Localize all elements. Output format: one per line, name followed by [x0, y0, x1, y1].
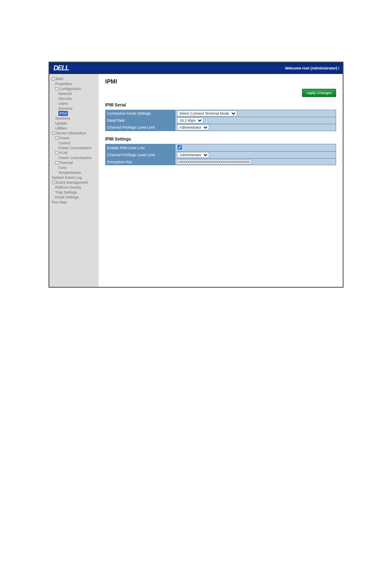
settings-priv-label: Channel Privilege Level Limit — [106, 152, 175, 159]
nav-configuration[interactable]: Configuration — [59, 86, 81, 91]
content: IPMI Apply Changes IPMI Serial Connectio… — [99, 74, 343, 287]
nav-properties[interactable]: Properties — [55, 81, 72, 86]
serial-priv-select[interactable]: Administrator — [177, 125, 209, 130]
nav-event-management[interactable]: Event Management — [56, 180, 88, 185]
encryption-key-label: Encryption Key — [106, 159, 175, 165]
apply-changes-button[interactable]: Apply Changes — [302, 89, 336, 97]
nav-email-settings[interactable]: Email Settings — [55, 195, 79, 200]
nav-users[interactable]: Users — [58, 101, 68, 106]
ipmi-serial-table: Connection Mode Settings Direct Connect … — [105, 110, 336, 131]
enable-lan-checkbox[interactable] — [178, 145, 182, 150]
nav-power-consumption[interactable]: Power Consumption — [58, 145, 92, 150]
nav-pcie-power-consumption[interactable]: Power Consumption — [58, 155, 92, 160]
nav-system-event-log[interactable]: System Event Log — [52, 175, 82, 180]
minus-icon[interactable]: - — [52, 181, 55, 184]
nav-fans[interactable]: Fans — [58, 165, 67, 170]
nav-server-information[interactable]: Server Information — [56, 131, 86, 136]
section-title-serial: IPMI Serial — [105, 103, 336, 107]
connection-mode-select[interactable]: Direct Connect Terminal Mode — [177, 111, 237, 116]
app-frame: DELL Welcome root (Administrator) ! -BMC… — [48, 62, 344, 288]
serial-priv-label: Channel Privilege Level Limit — [106, 124, 175, 131]
nav-utilities[interactable]: Utilities — [55, 126, 67, 131]
minus-icon[interactable]: - — [55, 151, 58, 155]
nav-network[interactable]: Network — [58, 91, 72, 96]
nav-platform-events[interactable]: Platform Events — [55, 185, 81, 190]
minus-icon[interactable]: - — [55, 161, 58, 164]
minus-icon[interactable]: - — [52, 132, 55, 135]
nav-thermal[interactable]: Thermal — [59, 160, 73, 165]
enable-lan-label: Enable IPMI Over LAN — [106, 144, 175, 152]
nav-bmc[interactable]: BMC — [56, 76, 64, 81]
sidebar: -BMC Properties -Configuration Network S… — [49, 74, 99, 287]
nav-services[interactable]: Services — [58, 106, 73, 111]
header-bar: DELL Welcome root (Administrator) ! — [49, 62, 343, 74]
section-title-settings: IPMI Settings — [105, 137, 336, 141]
nav-trap-settings[interactable]: Trap Settings — [55, 190, 77, 195]
nav-control[interactable]: Control — [58, 141, 70, 145]
nav-pcie[interactable]: PCIE — [59, 150, 68, 155]
welcome-text: Welcome root (Administrator) ! — [285, 66, 339, 70]
nav-ipmi[interactable]: IPMI — [58, 111, 68, 116]
page-title: IPMI — [105, 78, 336, 85]
nav-port-map[interactable]: Port Map — [52, 200, 67, 205]
dell-logo: DELL — [53, 65, 69, 72]
nav-temperatures[interactable]: Temperatures — [58, 170, 81, 175]
minus-icon[interactable]: - — [55, 136, 58, 140]
nav-update[interactable]: Update — [55, 121, 67, 126]
baud-rate-select[interactable]: 19.2 kbps — [177, 118, 203, 123]
minus-icon[interactable]: - — [52, 77, 55, 81]
nav-sessions[interactable]: Sessions — [55, 116, 70, 121]
nav-security[interactable]: Security — [58, 96, 72, 101]
baud-rate-label: Baud Rate — [106, 117, 175, 124]
nav-power[interactable]: Power — [59, 136, 70, 141]
minus-icon[interactable]: - — [55, 87, 58, 90]
encryption-key-input[interactable] — [177, 159, 251, 164]
settings-priv-select[interactable]: Administrator — [177, 152, 209, 158]
connection-mode-label: Connection Mode Settings — [106, 110, 175, 117]
ipmi-settings-table: Enable IPMI Over LAN Channel Privilege L… — [105, 144, 336, 165]
